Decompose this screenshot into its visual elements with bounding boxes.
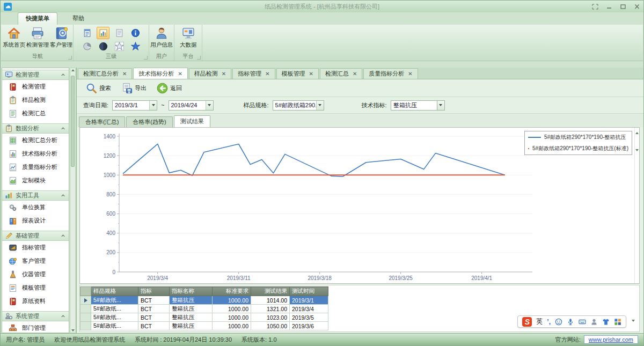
column-header-样品规格[interactable]: 样品规格 — [91, 287, 138, 296]
sidebar-item-检测管理[interactable]: 检测管理 — [2, 80, 69, 93]
chevron-down-icon[interactable] — [316, 101, 324, 110]
table-cell[interactable]: 5#邮政纸... — [91, 313, 138, 322]
sidebar-group-header[interactable]: 基础管理 — [2, 231, 69, 241]
ribbon-small-button-star-gray[interactable] — [113, 40, 126, 53]
sidebar-item-技术指标分析[interactable]: 技术指标分析 — [2, 147, 69, 160]
doc-tab-模板管理[interactable]: 模板管理✕ — [276, 68, 319, 79]
chevron-down-icon[interactable] — [437, 101, 444, 110]
user-info-button[interactable]: 用户信息 — [150, 26, 173, 49]
column-header-测试时间[interactable]: 测试时间 — [290, 287, 328, 296]
doc-tab-样品检测[interactable]: 样品检测✕ — [189, 68, 231, 79]
sidebar-group-header[interactable]: 检测管理 — [2, 70, 69, 80]
column-header-指标[interactable]: 指标 — [138, 287, 170, 296]
sidebar-item-仪器管理[interactable]: 仪器管理 — [2, 268, 69, 281]
sidebar-scrollbar[interactable] — [70, 68, 76, 333]
doc-tab-质量指标分析[interactable]: 质量指标分析✕ — [363, 68, 418, 79]
sidebar-item-原纸资料[interactable]: 原纸资料 — [2, 295, 69, 308]
scroll-down-icon[interactable] — [635, 149, 639, 151]
chevron-up-icon[interactable] — [61, 314, 65, 319]
subtab-测试结果[interactable]: 测试结果 — [174, 115, 210, 127]
table-cell[interactable]: 1050.00 — [251, 322, 290, 330]
table-row[interactable]: 5#邮政纸...BCT整箱抗压1000.001014.002019/3/1 — [80, 296, 328, 305]
big-data-button[interactable]: 大数据 — [177, 26, 200, 49]
subtab-合格率(趋势)[interactable]: 合格率(趋势) — [126, 116, 172, 127]
doc-tab-技术指标分析[interactable]: 技术指标分析✕ — [133, 68, 187, 79]
doc-tab-检测汇总分析[interactable]: 检测汇总分析✕ — [78, 68, 132, 79]
ribbon-small-button-doc-gray[interactable] — [113, 27, 126, 39]
microphone-icon[interactable] — [567, 318, 574, 326]
close-tab-icon[interactable]: ✕ — [178, 71, 182, 77]
sidebar-item-定制模块[interactable]: 定制模块 — [2, 174, 69, 187]
keyboard-icon[interactable] — [579, 318, 586, 326]
table-cell[interactable]: 5#邮政纸... — [91, 296, 138, 305]
doc-tab-检测汇总[interactable]: 检测汇总✕ — [320, 68, 362, 79]
ime-toolbar[interactable]: S 英 ’, — [517, 315, 626, 328]
ribbon-tab-help[interactable]: 帮助 — [65, 13, 92, 25]
group-dialog-launcher[interactable] — [144, 56, 148, 60]
scrollbar-thumb[interactable] — [71, 76, 75, 167]
table-cell[interactable]: 整箱抗压 — [170, 322, 213, 330]
ribbon-small-button-pie[interactable] — [80, 40, 93, 53]
sogou-logo-icon[interactable]: S — [522, 317, 532, 327]
ime-more-dropdown[interactable] — [632, 320, 635, 322]
ime-punctuation-toggle[interactable]: ’, — [547, 318, 551, 326]
table-cell[interactable]: 1000.00 — [213, 322, 251, 330]
sidebar-item-样品检测[interactable]: 样品检测 — [2, 93, 69, 107]
close-tab-icon[interactable]: ✕ — [408, 71, 412, 77]
column-header-测试结果[interactable]: 测试结果 — [251, 287, 290, 296]
ribbon-small-button-info[interactable] — [129, 27, 142, 39]
sidebar-item-检测汇总分析[interactable]: 检测汇总分析 — [2, 134, 69, 147]
chevron-up-icon[interactable] — [61, 72, 65, 77]
sidebar-item-单位换算[interactable]: 单位换算 — [2, 201, 69, 214]
column-header-标准要求[interactable]: 标准要求 — [213, 287, 251, 296]
back-button[interactable]: 返回 — [153, 81, 186, 95]
minimize-button[interactable] — [606, 4, 612, 10]
close-tab-icon[interactable]: ✕ — [309, 71, 313, 77]
table-cell[interactable]: 2019/3/5 — [290, 313, 328, 322]
table-cell[interactable]: 5#邮政纸... — [91, 322, 138, 330]
scroll-up-icon[interactable] — [635, 132, 639, 134]
group-dialog-launcher[interactable] — [197, 56, 201, 60]
table-cell[interactable]: 整箱抗压 — [170, 296, 213, 305]
fullscreen-button[interactable] — [592, 4, 598, 10]
table-row[interactable]: 5#邮政纸...BCT整箱抗压1000.001321.002019/3/4 — [80, 305, 328, 313]
date-from-picker[interactable]: 2019/3/1 — [112, 100, 157, 111]
table-row[interactable]: 5#邮政纸...BCT整箱抗压1000.001023.002019/3/5 — [80, 313, 328, 322]
row-selector[interactable] — [80, 296, 91, 305]
tech-indicator-dropdown[interactable] — [437, 100, 445, 111]
row-selector[interactable] — [80, 313, 91, 322]
table-cell[interactable]: BCT — [138, 313, 170, 322]
ribbon-small-button-circle-dark[interactable] — [97, 40, 109, 53]
toolbox-icon[interactable] — [614, 318, 621, 326]
sidebar-item-部门管理[interactable]: 部门管理 — [2, 321, 69, 333]
chevron-up-icon[interactable] — [61, 193, 65, 198]
subtab-合格率(汇总)[interactable]: 合格率(汇总) — [79, 116, 125, 127]
chevron-up-icon[interactable] — [61, 126, 65, 131]
customer-manage-button[interactable]: 客户管理 — [50, 26, 73, 49]
scroll-up-icon[interactable] — [71, 69, 75, 71]
official-site-link[interactable]: www.prishar.com — [589, 336, 633, 343]
scroll-down-icon[interactable] — [71, 329, 75, 332]
date-to-picker[interactable]: 2019/4/24 — [169, 100, 214, 111]
close-tab-icon[interactable]: ✕ — [222, 71, 226, 77]
maximize-button[interactable] — [620, 4, 626, 10]
row-selector[interactable] — [80, 305, 91, 313]
close-tab-icon[interactable]: ✕ — [353, 71, 357, 77]
sidebar-item-检测汇总[interactable]: 检测汇总 — [2, 107, 69, 120]
search-button[interactable]: 搜索 — [82, 81, 115, 95]
group-dialog-launcher[interactable] — [68, 56, 72, 60]
ribbon-tab-quick-menu[interactable]: 快捷菜单 — [18, 12, 57, 25]
sidebar-group-header[interactable]: 系统管理 — [2, 311, 69, 321]
tech-indicator-input[interactable]: 整箱抗压 — [391, 100, 437, 111]
close-tab-icon[interactable]: ✕ — [265, 71, 269, 77]
table-cell[interactable]: BCT — [138, 296, 170, 305]
sidebar-group-header[interactable]: 数据分析 — [2, 123, 69, 134]
table-row[interactable]: 5#邮政纸...BCT整箱抗压1000.001050.002019/3/6 — [80, 322, 328, 330]
export-button[interactable]: 导出 — [118, 81, 150, 95]
table-cell[interactable]: 1000.00 — [213, 305, 251, 313]
close-tab-icon[interactable]: ✕ — [122, 71, 127, 77]
sidebar-item-报表设计[interactable]: 报表设计 — [2, 214, 69, 227]
column-header-指标名称[interactable]: 指标名称 — [170, 287, 213, 296]
sidebar-item-模板管理[interactable]: 模板管理 — [2, 281, 69, 295]
ribbon-small-button-chart-sel[interactable] — [97, 27, 109, 39]
